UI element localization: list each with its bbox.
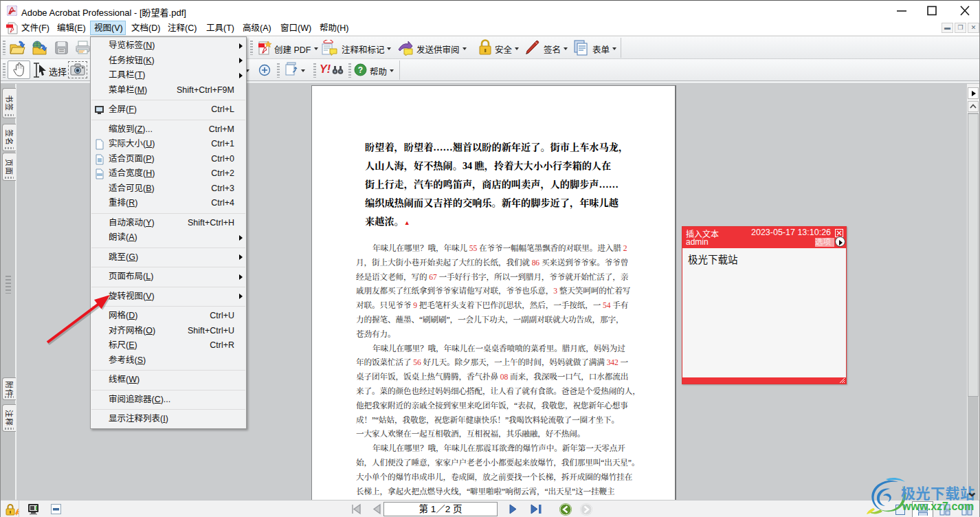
svg-text:?: ? <box>358 65 363 75</box>
